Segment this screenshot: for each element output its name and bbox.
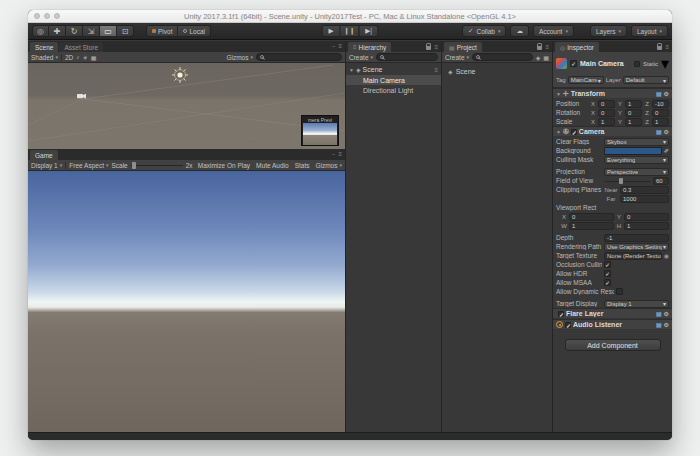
position-x-field[interactable]: 0 [598, 100, 615, 108]
scene-audio-toggle-icon[interactable]: ♪ [76, 54, 79, 60]
tab-inspector[interactable]: ◎ Inspector [555, 42, 599, 52]
rotation-y-field[interactable]: 0 [625, 109, 642, 117]
panel-menu-icon[interactable]: ≡ [338, 151, 342, 157]
step-button[interactable]: ▶| [360, 25, 379, 37]
panel-menu-icon[interactable]: ≡ [434, 44, 438, 50]
slider-knob[interactable] [132, 162, 136, 169]
transform-component-header[interactable]: ▼ ✛ Transform ▤ ⚙ [553, 88, 672, 99]
local-toggle-button[interactable]: Local [178, 25, 211, 37]
account-dropdown[interactable]: Account ▾ [533, 25, 574, 37]
tab-project[interactable]: ▤ Project [444, 42, 482, 52]
add-component-button[interactable]: Add Component [565, 339, 661, 351]
tab-hierarchy[interactable]: ≡ Hierarchy [348, 42, 391, 52]
viewport-h-field[interactable]: 1 [624, 222, 669, 230]
scene-lighting-toggle-icon[interactable]: ☀ [82, 54, 87, 61]
fov-field[interactable]: 60 [653, 177, 669, 185]
game-gizmos-dropdown[interactable]: Gizmos ▾ [315, 162, 342, 169]
search-by-label-icon[interactable]: ▦ [543, 54, 549, 61]
far-clip-field[interactable]: 1000 [620, 195, 669, 203]
help-book-icon[interactable]: ▤ [656, 310, 662, 317]
rect-tool-button[interactable]: ▭ [100, 25, 117, 37]
flare-layer-component-header[interactable]: ✓ Flare Layer ▤ ⚙ [553, 308, 672, 319]
depth-field[interactable]: -1 [604, 234, 669, 242]
display-dropdown[interactable]: Display 1 ▾ [31, 162, 62, 169]
active-checkbox[interactable]: ✓ [570, 60, 577, 67]
foldout-icon[interactable]: ▼ [556, 129, 561, 135]
help-book-icon[interactable]: ▤ [656, 128, 662, 135]
object-picker-icon[interactable]: ◉ [664, 252, 669, 259]
lock-icon[interactable] [426, 46, 431, 50]
game-scale-slider[interactable] [131, 165, 183, 166]
hierarchy-scene-row[interactable]: ▼ ◈ Scene ≡ [346, 64, 441, 75]
audio-enabled-checkbox[interactable]: ✓ [565, 322, 571, 328]
stats-toggle[interactable]: Stats [295, 162, 310, 169]
gear-icon[interactable]: ⚙ [664, 310, 669, 317]
collab-button[interactable]: ✓ Collab ▾ [462, 25, 506, 37]
chevron-down-icon[interactable]: ▾ [661, 54, 669, 73]
background-color-swatch[interactable] [604, 147, 662, 155]
scene-viewport[interactable]: mera Previ [28, 63, 345, 149]
fov-slider[interactable] [604, 177, 651, 185]
cloud-button[interactable]: ☁ [510, 25, 529, 37]
panel-menu-icon[interactable]: ≡ [665, 44, 669, 50]
tab-game[interactable]: Game [30, 150, 58, 160]
audio-listener-component-header[interactable]: ✓ Audio Listener ▤ ⚙ [553, 319, 672, 330]
help-book-icon[interactable]: ▤ [656, 321, 662, 328]
static-checkbox[interactable] [634, 61, 640, 67]
position-z-field[interactable]: -10 [652, 100, 669, 108]
rotation-z-field[interactable]: 0 [652, 109, 669, 117]
project-search-input[interactable] [472, 53, 533, 61]
panel-menu-icon[interactable]: ≡ [338, 43, 342, 49]
play-button[interactable]: ▶ [322, 25, 341, 37]
hierarchy-search-input[interactable] [376, 53, 438, 61]
viewport-w-field[interactable]: 1 [569, 222, 614, 230]
msaa-checkbox[interactable]: ✓ [604, 279, 611, 286]
hierarchy-create-dropdown[interactable]: Create ▾ [349, 54, 373, 61]
near-clip-field[interactable]: 0.3 [620, 186, 669, 194]
scale-tool-button[interactable]: ⇲ [83, 25, 100, 37]
maximize-on-play-toggle[interactable]: Maximize On Play [198, 162, 250, 169]
pause-button[interactable]: ❙❙ [341, 25, 360, 37]
hand-tool-button[interactable]: ◎ [32, 25, 49, 37]
gear-icon[interactable]: ⚙ [664, 321, 669, 328]
lock-icon[interactable] [537, 46, 542, 50]
scene-gizmos-dropdown[interactable]: Gizmos ▾ [226, 54, 253, 61]
panel-minus-icon[interactable]: − [332, 43, 336, 49]
target-display-dropdown[interactable]: Display 1 ▾ [604, 300, 669, 308]
hdr-checkbox[interactable]: ✓ [604, 270, 611, 277]
foldout-icon[interactable]: ▼ [349, 67, 354, 73]
tag-dropdown[interactable]: MainCamera ▾ [568, 76, 604, 84]
rotate-tool-button[interactable]: ↻ [66, 25, 83, 37]
hierarchy-item-directional-light[interactable]: Directional Light [346, 85, 441, 95]
mute-audio-toggle[interactable]: Mute Audio [256, 162, 289, 169]
game-viewport[interactable] [28, 171, 345, 433]
lock-icon[interactable] [657, 46, 662, 50]
camera-enabled-checkbox[interactable]: ✓ [571, 129, 577, 135]
transform-tool-button[interactable]: ⊡ [117, 25, 134, 37]
project-item-scene[interactable]: ◈ Scene [442, 66, 552, 77]
projection-dropdown[interactable]: Perspective ▾ [604, 168, 669, 176]
scene-effects-toggle-icon[interactable]: ▦ [91, 54, 97, 61]
2d-toggle[interactable]: 2D [65, 54, 73, 61]
help-book-icon[interactable]: ▤ [656, 90, 662, 97]
pivot-toggle-button[interactable]: Pivot [146, 25, 178, 37]
occlusion-checkbox[interactable]: ✓ [604, 261, 611, 268]
culling-mask-dropdown[interactable]: Everything ▾ [604, 156, 669, 164]
clear-flags-dropdown[interactable]: Skybox ▾ [604, 138, 669, 146]
scale-y-field[interactable]: 1 [625, 118, 642, 126]
scene-context-menu-icon[interactable]: ≡ [434, 67, 438, 73]
gear-icon[interactable]: ⚙ [664, 128, 669, 135]
move-tool-button[interactable]: ✚ [49, 25, 66, 37]
layout-dropdown[interactable]: Layout ▾ [631, 25, 668, 37]
project-create-dropdown[interactable]: Create ▾ [445, 54, 469, 61]
draw-mode-dropdown[interactable]: Shaded ▾ [31, 54, 58, 61]
slider-knob[interactable] [619, 178, 623, 184]
scene-search-input[interactable] [256, 53, 342, 61]
rendering-path-dropdown[interactable]: Use Graphics Settings ▾ [604, 243, 669, 251]
flare-enabled-checkbox[interactable]: ✓ [558, 311, 564, 317]
layer-dropdown[interactable]: Default ▾ [623, 76, 669, 84]
rotation-x-field[interactable]: 0 [598, 109, 615, 117]
position-y-field[interactable]: 1 [625, 100, 642, 108]
tab-asset-store[interactable]: Asset Store [59, 42, 103, 52]
hierarchy-item-main-camera[interactable]: Main Camera [346, 75, 441, 85]
